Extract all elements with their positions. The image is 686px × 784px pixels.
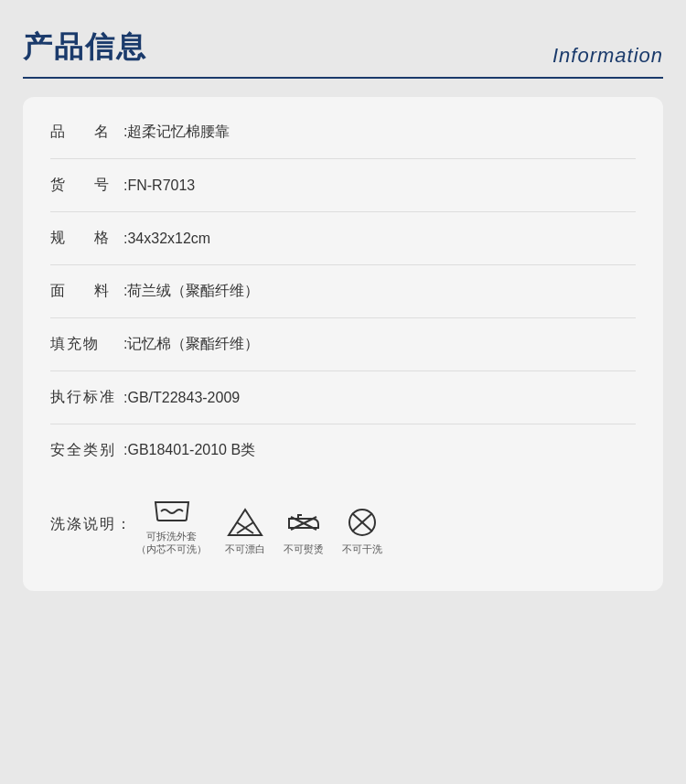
info-row-1: 货 号:FN-R7013 (50, 159, 636, 212)
info-row-5: 执行标准:GB/T22843-2009 (50, 371, 636, 424)
care-icons: 可拆洗外套（内芯不可洗） 不可漂白 (136, 493, 382, 556)
care-icon-no-dry: 不可干洗 (342, 506, 382, 555)
washable-icon (152, 493, 192, 526)
info-value-0: :超柔记忆棉腰靠 (123, 123, 636, 142)
info-label-1: 货 号 (50, 176, 123, 195)
no-bleach-label: 不可漂白 (225, 542, 265, 555)
info-value-1: :FN-R7013 (123, 177, 636, 194)
info-row-0: 品 名:超柔记忆棉腰靠 (50, 106, 636, 159)
page-header: 产品信息 Information (23, 27, 663, 79)
page-wrapper: 产品信息 Information 品 名:超柔记忆棉腰靠货 号:FN-R7013… (23, 27, 663, 591)
info-label-6: 安全类别 (50, 441, 123, 460)
care-label: 洗涤说明： (50, 515, 133, 534)
info-value-4: :记忆棉（聚酯纤维） (123, 335, 636, 354)
no-dry-icon (342, 506, 382, 539)
no-iron-icon (284, 506, 324, 539)
page-subtitle: Information (552, 44, 663, 68)
info-value-6: :GB18401-2010 B类 (123, 441, 636, 460)
info-value-3: :荷兰绒（聚酯纤维） (123, 282, 636, 301)
info-value-5: :GB/T22843-2009 (123, 390, 636, 406)
info-label-5: 执行标准 (50, 388, 123, 407)
no-dry-label: 不可干洗 (342, 542, 382, 555)
care-icon-no-iron: 不可熨烫 (284, 506, 324, 555)
no-bleach-icon (225, 506, 265, 539)
no-iron-label: 不可熨烫 (284, 542, 324, 555)
info-label-0: 品 名 (50, 123, 123, 142)
care-row: 洗涤说明： 可拆洗外套（内芯不可洗） (50, 477, 636, 573)
info-label-4: 填充物 (50, 335, 123, 354)
washable-label: 可拆洗外套（内芯不可洗） (136, 530, 207, 556)
info-row-4: 填充物:记忆棉（聚酯纤维） (50, 318, 636, 371)
info-row-2: 规 格:34x32x12cm (50, 212, 636, 265)
info-row-6: 安全类别:GB18401-2010 B类 (50, 424, 636, 477)
info-label-2: 规 格 (50, 229, 123, 248)
info-card: 品 名:超柔记忆棉腰靠货 号:FN-R7013规 格:34x32x12cm面 料… (23, 97, 663, 591)
care-icon-washable: 可拆洗外套（内芯不可洗） (136, 493, 207, 556)
page-title: 产品信息 (23, 27, 147, 68)
care-icon-no-bleach: 不可漂白 (225, 506, 265, 555)
info-label-3: 面 料 (50, 282, 123, 301)
info-row-3: 面 料:荷兰绒（聚酯纤维） (50, 265, 636, 318)
info-value-2: :34x32x12cm (123, 231, 636, 247)
